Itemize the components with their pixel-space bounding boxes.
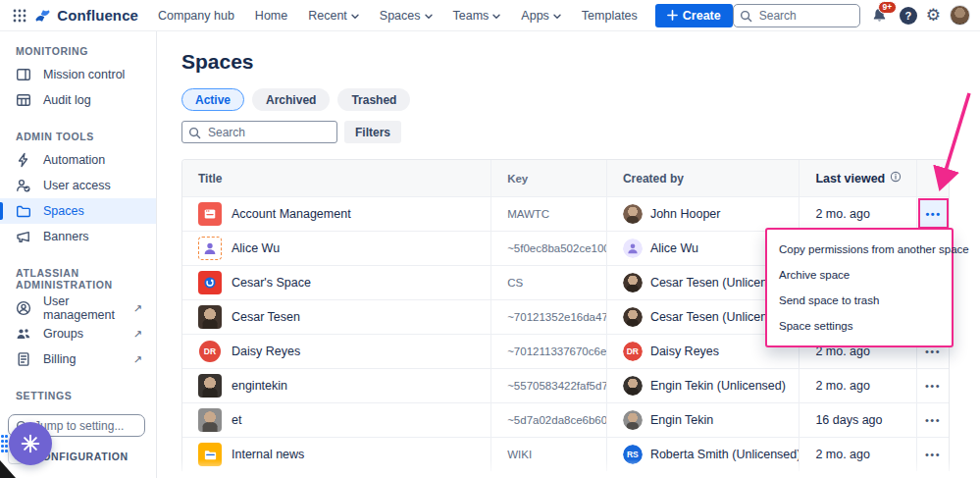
filters-button[interactable]: Filters [344,121,401,143]
sidebar-item-banners[interactable]: Banners [0,224,156,249]
drag-handle[interactable] [1,435,9,454]
global-search [733,4,860,27]
space-icon [198,443,222,466]
column-header-created-by[interactable]: Created by [606,160,799,196]
last-viewed-value: 2 mo. ago [799,197,916,231]
row-actions-button[interactable]: ••• [923,378,943,394]
billing-icon [16,351,31,367]
topnav-item-label: Recent [308,9,347,23]
topnav-item[interactable]: Templates [582,9,638,23]
column-header-actions [916,160,949,196]
notifications-button[interactable]: 9+ [869,5,891,27]
info-icon[interactable] [890,171,902,186]
confluence-logo[interactable]: Confluence [33,7,138,25]
column-header-last-viewed[interactable]: Last viewed [799,160,916,196]
table-row[interactable]: et ~5d7a02da8ce6b60c3... Engin Tekin 16 … [182,402,949,437]
topnav-item[interactable]: Company hub [158,9,234,23]
table-header-row: TitleKeyCreated byLast viewed [182,160,949,196]
creator-avatar [623,204,643,224]
audit-log-icon [16,92,31,108]
space-title-link[interactable]: Internal news [232,448,304,461]
creator-avatar: DR [623,342,643,361]
space-title-link[interactable]: Cesar's Space [232,276,311,290]
external-link-icon: ↗ [133,302,142,315]
settings-gear-icon[interactable]: ⚙ [926,7,941,24]
topnav-item[interactable]: Apps [521,9,561,23]
tab-trashed[interactable]: Trashed [337,88,410,111]
space-title-link[interactable]: Daisy Reyes [232,345,300,358]
column-header-label: Key [507,173,528,185]
table-search-input[interactable] [181,121,337,143]
row-actions-button[interactable]: ••• [925,208,941,220]
rovo-chat-button[interactable] [9,422,52,465]
creator-name: Roberta Smith (Unlicensed) [650,448,799,461]
context-menu: Copy permissions from another spaceArchi… [765,228,954,347]
annotation-highlight-box: ••• [918,198,949,229]
space-icon [198,374,222,398]
sidebar-section-heading: ATLASSIAN ADMINISTRATION [0,267,156,295]
space-icon [198,305,222,329]
table-row[interactable]: engintekin ~5570583422faf5d7f7... Engin … [182,368,949,402]
user-access-icon [16,178,31,193]
sidebar-item-user-management[interactable]: User management ↗ [0,295,156,321]
space-title-link[interactable]: Cesar Tesen [232,310,300,324]
user-management-icon [16,300,31,316]
sidebar-item-label: Spaces [43,204,84,218]
sidebar-item-user-access[interactable]: User access [0,173,156,198]
creator-name: Engin Tekin (Unlicensed) [650,379,786,393]
space-title-link[interactable]: engintekin [232,379,287,393]
creator-avatar [623,307,643,327]
app-switcher-icon[interactable] [10,4,29,27]
sidebar-item-label: Audit log [43,93,91,107]
page-title: Spaces [181,50,980,74]
creator-avatar [623,239,643,258]
topnav-item-label: Spaces [380,9,421,23]
sidebar-item-label: User access [43,179,111,192]
tab-archived[interactable]: Archived [252,88,330,111]
sidebar-sections: MONITORING Mission control Audit log ADM… [0,45,156,372]
row-actions-button[interactable]: ••• [923,412,943,428]
column-header-key[interactable]: Key [490,160,606,196]
sidebar-item-automation[interactable]: Automation [0,147,156,173]
sidebar-item-groups[interactable]: Groups ↗ [0,321,156,346]
topnav-item[interactable]: Home [255,9,287,23]
external-link-icon: ↗ [133,353,142,366]
space-key: ~5570583422faf5d7f7... [490,369,606,402]
creator-name: Engin Tekin [650,413,713,427]
row-actions-button[interactable]: ••• [923,447,943,462]
space-title-link[interactable]: Alice Wu [232,241,280,255]
chevron-down-icon [425,9,433,23]
space-title-link[interactable]: et [232,413,241,427]
admin-sidebar: MONITORING Mission control Audit log ADM… [0,31,157,478]
table-row[interactable]: Account Management MAWTC John Hooper 2 m… [182,196,949,231]
sidebar-item-mission-control[interactable]: Mission control [0,62,156,87]
sidebar-item-spaces[interactable]: Spaces [0,198,156,224]
banners-icon [16,229,31,244]
menu-item-space-settings[interactable]: Space settings [767,313,952,339]
help-icon[interactable]: ? [900,7,917,25]
sidebar-item-audit-log[interactable]: Audit log [0,87,156,113]
table-row[interactable]: Internal news WIKI RS Roberta Smith (Unl… [182,437,949,471]
create-button[interactable]: Create [655,4,733,27]
menu-item-copy-permissions-from-another-space[interactable]: Copy permissions from another space [767,237,952,262]
tab-label: Archived [266,93,316,107]
sidebar-item-label: Groups [43,327,83,341]
sidebar-item-label: Banners [43,230,89,243]
last-viewed-value: 2 mo. ago [799,369,916,402]
tab-active[interactable]: Active [181,88,244,111]
topnav-menu: Company hub Home Recent Spaces Teams App… [158,9,638,23]
space-key: MAWTC [490,197,606,231]
grid-icon [13,9,26,23]
tab-label: Trashed [351,93,396,107]
topnav-item[interactable]: Recent [308,9,359,23]
topnav-item[interactable]: Spaces [380,9,433,23]
space-title-link[interactable]: Account Management [232,207,351,221]
topnav-item-label: Teams [453,9,490,23]
sidebar-item-billing[interactable]: Billing ↗ [0,346,156,372]
menu-item-send-space-to-trash[interactable]: Send space to trash [767,288,952,313]
creator-avatar: RS [623,445,643,464]
menu-item-archive-space[interactable]: Archive space [767,262,952,288]
column-header-title[interactable]: Title [182,160,490,196]
topnav-item[interactable]: Teams [453,9,501,23]
profile-avatar[interactable] [950,5,970,26]
